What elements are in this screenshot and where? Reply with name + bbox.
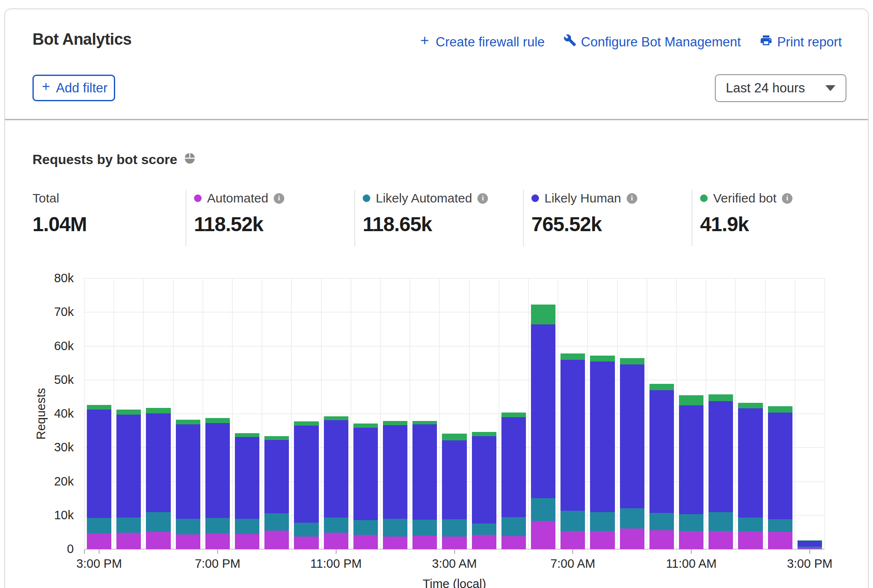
bar-segment-likely-human[interactable] (442, 440, 466, 519)
bar-segment-automated[interactable] (205, 533, 230, 549)
bar-segment-likely-human[interactable] (294, 426, 318, 523)
bar-segment-likely-automated[interactable] (679, 514, 703, 531)
bar-segment-likely-human[interactable] (116, 415, 141, 518)
configure-bot-management-link[interactable]: Configure Bot Management (563, 34, 741, 50)
bar-segment-verified-bot[interactable] (768, 406, 792, 413)
bar-segment-automated[interactable] (176, 534, 200, 549)
bar-segment-likely-human[interactable] (709, 401, 733, 512)
bar-segment-likely-automated[interactable] (442, 519, 466, 537)
bar-segment-likely-human[interactable] (560, 360, 585, 510)
bar-segment-likely-human[interactable] (87, 410, 111, 518)
bar-segment-likely-human[interactable] (235, 437, 259, 519)
bar-segment-verified-bot[interactable] (472, 432, 496, 436)
bar-segment-verified-bot[interactable] (264, 436, 289, 440)
bar-segment-likely-automated[interactable] (768, 519, 792, 532)
bar-segment-automated[interactable] (116, 533, 141, 549)
bar-segment-automated[interactable] (383, 537, 407, 549)
bar-segment-likely-automated[interactable] (146, 512, 170, 532)
bar-segment-automated[interactable] (87, 533, 111, 549)
bar-segment-likely-human[interactable] (501, 417, 526, 517)
bar-segment-verified-bot[interactable] (560, 353, 585, 360)
bar-segment-likely-human[interactable] (590, 361, 614, 512)
bar-segment-automated[interactable] (709, 531, 733, 549)
bar-segment-automated[interactable] (472, 535, 496, 550)
bar-segment-likely-human[interactable] (531, 324, 555, 498)
bar-segment-automated[interactable] (738, 531, 763, 549)
bar-segment-likely-human[interactable] (205, 423, 230, 518)
bar-segment-verified-bot[interactable] (531, 305, 555, 324)
bar-segment-likely-automated[interactable] (620, 508, 644, 529)
info-icon[interactable]: i (274, 193, 284, 204)
bar-segment-likely-automated[interactable] (235, 519, 259, 534)
bar-segment-automated[interactable] (324, 533, 348, 549)
bar-segment-verified-bot[interactable] (442, 434, 466, 440)
info-icon[interactable]: i (782, 193, 792, 204)
bar-segment-likely-human[interactable] (383, 425, 407, 518)
bar-segment-likely-human[interactable] (353, 428, 378, 520)
bar-segment-automated[interactable] (798, 548, 822, 549)
bar-segment-verified-bot[interactable] (87, 405, 111, 409)
bar-segment-verified-bot[interactable] (412, 421, 437, 424)
bar-segment-automated[interactable] (531, 521, 555, 549)
bar-segment-likely-automated[interactable] (116, 518, 141, 533)
info-icon[interactable]: i (627, 193, 637, 204)
bar-segment-likely-automated[interactable] (412, 520, 437, 536)
bar-segment-likely-automated[interactable] (709, 512, 733, 531)
create-firewall-rule-link[interactable]: Create firewall rule (418, 34, 544, 50)
bar-segment-likely-human[interactable] (264, 440, 289, 513)
bar-segment-verified-bot[interactable] (235, 433, 259, 437)
bar-segment-automated[interactable] (679, 531, 703, 549)
bar-segment-verified-bot[interactable] (324, 416, 348, 420)
bar-segment-verified-bot[interactable] (116, 410, 141, 414)
bar-segment-verified-bot[interactable] (590, 356, 614, 361)
bar-segment-automated[interactable] (560, 531, 585, 549)
bar-segment-likely-automated[interactable] (205, 518, 230, 533)
bar-segment-likely-automated[interactable] (264, 513, 289, 531)
bar-segment-likely-human[interactable] (679, 405, 703, 514)
bar-segment-automated[interactable] (235, 534, 259, 549)
time-range-select[interactable]: Last 24 hours (715, 74, 846, 102)
bar-segment-likely-human[interactable] (798, 541, 822, 547)
bar-segment-automated[interactable] (649, 530, 674, 549)
bar-segment-likely-human[interactable] (768, 413, 792, 519)
bar-segment-automated[interactable] (620, 529, 644, 549)
bar-segment-likely-automated[interactable] (87, 518, 111, 533)
bar-segment-verified-bot[interactable] (383, 421, 407, 425)
bar-segment-verified-bot[interactable] (798, 540, 822, 541)
bar-segment-automated[interactable] (442, 537, 466, 549)
bar-segment-likely-automated[interactable] (531, 498, 555, 521)
bar-segment-automated[interactable] (146, 532, 170, 549)
bar-segment-verified-bot[interactable] (501, 413, 526, 417)
bar-segment-automated[interactable] (412, 536, 437, 549)
bar-segment-likely-automated[interactable] (560, 511, 585, 531)
bar-segment-verified-bot[interactable] (738, 403, 763, 409)
bar-segment-likely-automated[interactable] (383, 519, 407, 537)
add-filter-button[interactable]: Add filter (32, 75, 115, 101)
bar-segment-likely-automated[interactable] (798, 547, 822, 548)
bar-segment-automated[interactable] (353, 535, 378, 550)
bar-segment-likely-automated[interactable] (649, 513, 674, 530)
bar-segment-verified-bot[interactable] (176, 420, 200, 424)
bar-segment-verified-bot[interactable] (146, 408, 170, 413)
bar-segment-likely-automated[interactable] (738, 518, 763, 531)
bar-segment-verified-bot[interactable] (294, 421, 318, 426)
bar-segment-verified-bot[interactable] (620, 358, 644, 364)
bar-segment-verified-bot[interactable] (353, 423, 378, 428)
info-icon[interactable]: i (477, 193, 488, 204)
bar-segment-likely-human[interactable] (649, 390, 674, 513)
bar-segment-automated[interactable] (501, 536, 526, 549)
bar-segment-likely-automated[interactable] (324, 518, 348, 533)
bar-segment-likely-automated[interactable] (353, 520, 378, 535)
bar-segment-likely-human[interactable] (324, 420, 348, 517)
bar-segment-verified-bot[interactable] (679, 395, 703, 405)
bar-segment-likely-human[interactable] (412, 424, 437, 520)
bar-segment-automated[interactable] (264, 531, 289, 549)
bar-segment-automated[interactable] (768, 532, 792, 549)
bar-segment-verified-bot[interactable] (709, 394, 733, 401)
bar-segment-likely-human[interactable] (176, 424, 200, 519)
bar-segment-likely-automated[interactable] (294, 523, 318, 537)
bar-segment-likely-human[interactable] (146, 413, 170, 512)
bar-segment-verified-bot[interactable] (205, 418, 230, 423)
bar-segment-likely-automated[interactable] (472, 523, 496, 534)
bar-segment-likely-automated[interactable] (501, 517, 526, 536)
